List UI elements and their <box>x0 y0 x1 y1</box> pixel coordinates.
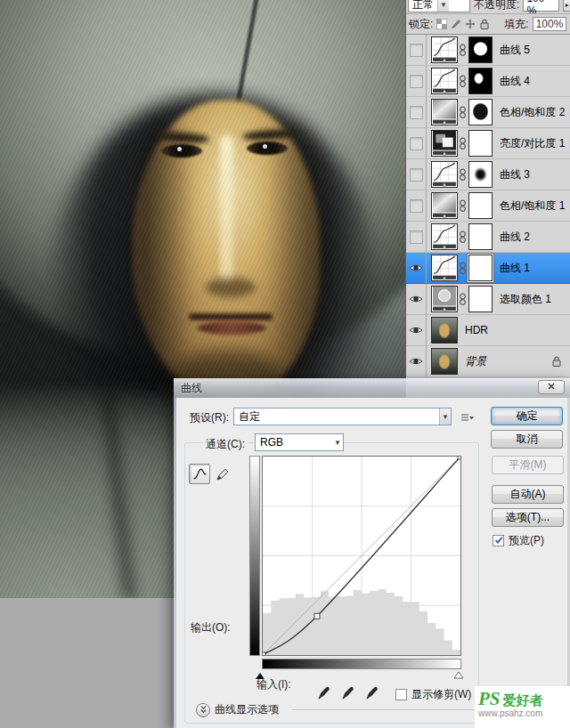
layer-mask-thumbnail[interactable] <box>468 255 493 281</box>
cancel-button[interactable]: 取消 <box>491 430 563 449</box>
input-label: 输入(I): <box>256 677 291 692</box>
channel-dropdown[interactable]: RGB ▼ <box>255 433 344 451</box>
opacity-spinner[interactable]: ▸ <box>563 0 570 12</box>
edit-points-tool-button[interactable] <box>189 464 210 484</box>
lock-pixels-icon[interactable] <box>451 19 461 29</box>
visibility-toggle[interactable] <box>406 128 427 158</box>
layer-mask-thumbnail[interactable] <box>468 99 493 125</box>
layer-name: 色相/饱和度 2 <box>500 105 565 120</box>
layer-mask-thumbnail[interactable] <box>468 36 493 63</box>
layer-mask-thumbnail[interactable] <box>468 68 493 94</box>
show-clipping-row: 显示修剪(W) <box>395 687 471 702</box>
preset-dropdown[interactable]: 自定 ▼ <box>233 408 452 425</box>
link-icon <box>458 198 468 214</box>
link-icon <box>458 74 468 89</box>
layer-name: 选取颜色 1 <box>500 292 551 307</box>
layer-row[interactable]: 选取颜色 1 <box>406 284 570 315</box>
layer-thumbnail[interactable] <box>431 286 458 312</box>
lock-options-row: 锁定: 填充: 100% ▸ <box>406 14 570 35</box>
lock-transparency-icon[interactable] <box>436 19 447 29</box>
layer-name: HDR <box>465 324 488 336</box>
visibility-toggle[interactable] <box>406 284 427 314</box>
separator-line <box>292 709 475 710</box>
white-point-slider[interactable] <box>453 669 464 682</box>
black-point-eyedropper-icon[interactable] <box>317 684 332 703</box>
link-icon <box>458 292 468 307</box>
layer-mask-thumbnail[interactable] <box>468 161 493 188</box>
layer-mask-thumbnail[interactable] <box>468 223 493 250</box>
visibility-toggle[interactable] <box>406 346 427 376</box>
chevrons-down-icon[interactable] <box>196 703 210 717</box>
layer-row[interactable]: HDR <box>406 315 570 346</box>
blend-mode-dropdown[interactable]: 正常 ▼ <box>408 0 470 12</box>
visibility-toggle[interactable] <box>406 66 427 96</box>
visibility-toggle[interactable] <box>406 222 427 252</box>
preset-value: 自定 <box>239 409 260 425</box>
show-clipping-checkbox[interactable] <box>395 689 407 700</box>
visibility-toggle[interactable] <box>406 97 427 127</box>
layer-thumbnail[interactable] <box>431 192 458 219</box>
close-button[interactable] <box>538 380 565 394</box>
layer-name: 曲线 3 <box>500 167 530 182</box>
lock-position-icon[interactable] <box>465 19 476 29</box>
dialog-body: 预设(R): 自定 ▼ 确定 取消 平滑(M) 自动(A) 选项(T)... 预… <box>176 398 567 728</box>
layer-row[interactable]: 曲线 4 <box>406 66 570 97</box>
layer-thumbnail[interactable] <box>431 348 458 375</box>
visibility-toggle[interactable] <box>406 159 427 190</box>
preset-options-icon[interactable] <box>458 408 476 427</box>
layer-mask-thumbnail[interactable] <box>468 286 493 312</box>
layer-row[interactable]: 曲线 3 <box>406 159 570 190</box>
opacity-value[interactable]: 100 % <box>523 0 558 12</box>
visibility-toggle[interactable] <box>406 190 427 221</box>
dialog-titlebar[interactable]: 曲线 <box>174 378 570 398</box>
curves-graph[interactable] <box>262 456 461 656</box>
layer-row[interactable]: 亮度/对比度 1 <box>406 128 570 159</box>
fill-label: 填充: <box>504 17 528 32</box>
layer-thumbnail[interactable] <box>431 130 458 157</box>
layer-name: 色相/饱和度 1 <box>500 198 565 214</box>
layer-name: 曲线 5 <box>500 43 530 58</box>
layer-row[interactable]: 色相/饱和度 2 <box>406 97 570 128</box>
layer-name: 曲线 2 <box>500 230 530 245</box>
gray-point-eyedropper-icon[interactable] <box>341 684 356 703</box>
options-button[interactable]: 选项(T)... <box>492 508 564 527</box>
ok-button[interactable]: 确定 <box>491 407 563 425</box>
link-icon <box>458 43 468 58</box>
layer-row[interactable]: 背景 <box>406 346 570 377</box>
display-options-expander[interactable]: 曲线显示选项 <box>196 702 279 717</box>
watermark-brand-ps: PS <box>478 688 501 710</box>
layer-mask-thumbnail[interactable] <box>468 130 493 157</box>
link-icon <box>458 261 468 276</box>
smooth-button: 平滑(M) <box>492 456 564 474</box>
lock-all-icon[interactable] <box>479 18 490 30</box>
lock-label: 锁定: <box>409 17 433 32</box>
layer-mask-thumbnail[interactable] <box>468 192 493 219</box>
layer-row[interactable]: 色相/饱和度 1 <box>406 190 570 222</box>
preview-checkbox-row: 预览(P) <box>493 533 544 548</box>
visibility-toggle[interactable] <box>406 315 427 345</box>
layer-thumbnail[interactable] <box>431 223 458 250</box>
pencil-tool-icon[interactable] <box>214 465 232 484</box>
layer-thumbnail[interactable] <box>431 68 458 94</box>
auto-button[interactable]: 自动(A) <box>492 485 564 504</box>
channel-label: 通道(C): <box>203 437 248 452</box>
curves-dialog: 曲线 预设(R): 自定 ▼ 确定 取消 平滑(M) 自动(A) 选项(T)..… <box>174 378 570 728</box>
layer-thumbnail[interactable] <box>431 99 458 125</box>
watermark-url: www.psahz.com <box>478 708 566 718</box>
layer-thumbnail[interactable] <box>431 317 458 344</box>
eyedropper-group <box>317 684 380 703</box>
channel-value: RGB <box>260 436 283 449</box>
layer-row[interactable]: 曲线 2 <box>406 222 570 253</box>
fill-value[interactable]: 100% <box>533 17 567 31</box>
layer-thumbnail[interactable] <box>431 255 458 281</box>
preview-checkbox[interactable] <box>493 535 504 546</box>
layer-row[interactable]: 曲线 1 <box>406 253 570 284</box>
visibility-toggle[interactable] <box>406 35 427 65</box>
visibility-toggle[interactable] <box>406 253 427 283</box>
layer-row[interactable]: 曲线 5 <box>406 35 570 66</box>
lock-icon <box>551 355 562 370</box>
white-point-eyedropper-icon[interactable] <box>365 684 380 703</box>
layer-thumbnail[interactable] <box>431 36 458 63</box>
opacity-label: 不透明度: <box>474 0 519 12</box>
layer-thumbnail[interactable] <box>431 161 458 188</box>
